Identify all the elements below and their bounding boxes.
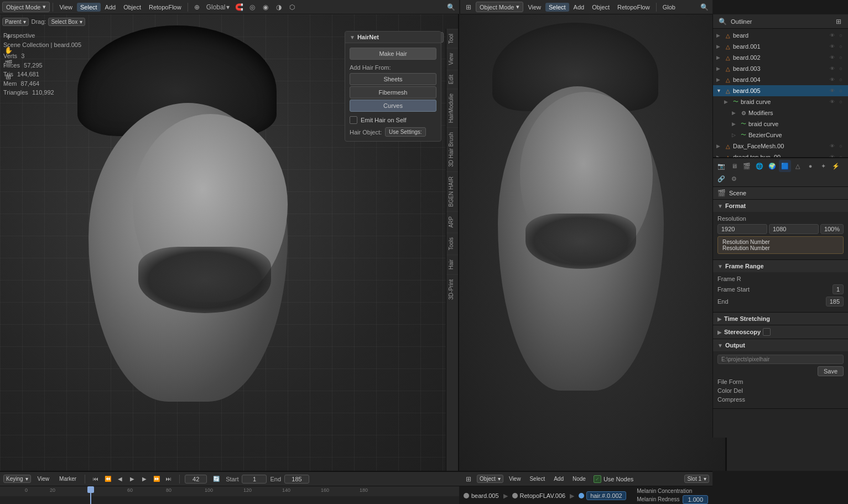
prev-keyframe-btn[interactable]: ⏪	[102, 474, 113, 485]
props-mesh-icon[interactable]: △	[792, 160, 804, 172]
wireframe-icon[interactable]: ⬡	[286, 1, 298, 13]
node-item-retopo[interactable]: RetopoFLAV.006	[512, 492, 566, 499]
tab-arp[interactable]: ARP	[446, 211, 458, 232]
object-mode-dropdown[interactable]: Object Mode ▾	[2, 2, 50, 12]
outliner-search-icon[interactable]: 🔍	[726, 15, 729, 28]
vis-eye-beard003[interactable]: 👁	[828, 65, 836, 72]
format-section-header[interactable]: ▼ Format	[726, 200, 848, 212]
tab-tool[interactable]: Tool	[446, 29, 458, 48]
prev-frame-btn[interactable]: ◀	[115, 474, 126, 485]
node-add-menu[interactable]: Add	[550, 475, 567, 483]
outliner-filter-icon[interactable]: ⊞	[833, 15, 845, 28]
global-dropdown[interactable]: Global ▾	[204, 1, 232, 13]
move-tool-icon[interactable]: ✋	[2, 44, 14, 56]
drag-dropdown[interactable]: Select Box ▾	[48, 18, 85, 26]
vis-render-beard003[interactable]: ○	[837, 65, 845, 72]
props-object-icon[interactable]: 🟦	[779, 160, 791, 172]
props-output-icon[interactable]: 🖥	[728, 160, 740, 172]
transform-icon[interactable]: ⊕	[191, 1, 203, 13]
node-view-menu[interactable]: View	[506, 475, 524, 483]
vis-render-beard005[interactable]: ○	[837, 87, 845, 95]
vis-eye-dread[interactable]: 👁	[828, 153, 836, 157]
viewport2-icon[interactable]: ⊞	[462, 1, 475, 13]
view-menu[interactable]: View	[56, 3, 76, 12]
outliner-item-beard[interactable]: ▶ △ beard 👁 ○	[726, 30, 848, 41]
outliner-item-beard004[interactable]: ▶ △ beard.004 👁 ○	[726, 74, 848, 85]
tab-tools[interactable]: Tools	[446, 232, 458, 254]
use-nodes-checkbox[interactable]: ✓	[594, 475, 601, 483]
props-material-icon[interactable]: ●	[804, 160, 816, 172]
props-world-icon[interactable]: 🌍	[766, 160, 778, 172]
retopoflow-menu-right[interactable]: RetopoFlow	[614, 3, 653, 12]
right-viewport[interactable]	[459, 14, 726, 471]
current-frame-display[interactable]: 42	[185, 475, 207, 484]
vis-eye-beard004[interactable]: 👁	[828, 76, 836, 84]
vis-eye-beard001[interactable]: 👁	[828, 43, 836, 50]
outliner-item-braid-curve2[interactable]: ▶ 〜 braid curve	[726, 118, 848, 129]
select-menu-left[interactable]: Select	[77, 3, 101, 12]
outliner-item-beard005[interactable]: ▼ △ beard.005 👁 ○	[726, 85, 848, 96]
props-render-icon[interactable]: 📷	[726, 160, 727, 172]
sheets-button[interactable]: Sheets	[350, 73, 436, 85]
light-tool-icon[interactable]: ⊞	[2, 71, 14, 83]
fibermesh-button[interactable]: Fibermesh	[350, 86, 436, 98]
jump-end-btn[interactable]: ⏭	[163, 474, 174, 485]
node-object-dropdown[interactable]: Object ▾	[477, 475, 503, 483]
resolution-pct-value[interactable]: 100%	[820, 224, 844, 234]
stereoscopy-checkbox[interactable]	[763, 328, 771, 336]
add-menu-right[interactable]: Add	[570, 3, 588, 12]
outliner-item-beard003[interactable]: ▶ △ beard.003 👁 ○	[726, 63, 848, 74]
resolution-y-value[interactable]: 1080	[769, 224, 819, 234]
next-keyframe-btn[interactable]: ⏩	[151, 474, 162, 485]
left-viewport[interactable]: Perspective Scene Collection | beard.005…	[0, 14, 459, 471]
props-view-icon[interactable]: 🎬	[741, 160, 753, 172]
tab-3d-print[interactable]: 3D-Print	[446, 274, 458, 304]
object-mode-dropdown-right[interactable]: Object Mode ▾	[476, 2, 523, 12]
emit-hair-checkbox[interactable]	[350, 116, 357, 124]
resolution-x-value[interactable]: 1920	[726, 224, 767, 234]
node-item-hair[interactable]: hair.#.0.002	[579, 491, 626, 500]
node-item-beard005[interactable]: beard.005	[464, 492, 499, 499]
tab-view[interactable]: View	[446, 48, 458, 70]
use-settings-button[interactable]: Use Settings:	[385, 127, 425, 137]
cursor-tool-icon[interactable]: ✛	[2, 31, 14, 43]
props-scene-icon[interactable]: 🌐	[753, 160, 766, 172]
timeline-track[interactable]: 0 20 40 60 80 100 120 140 160 180	[0, 486, 459, 504]
output-path-value[interactable]: E:\projects\pixelhair	[726, 355, 844, 364]
frame-start-value[interactable]: 1	[833, 284, 844, 294]
frame-end-value[interactable]: 185	[826, 297, 844, 306]
tab-edit[interactable]: Edit	[446, 70, 458, 89]
tab-hair[interactable]: Hair	[446, 254, 458, 274]
tab-hairmodulie[interactable]: HairModulie	[446, 89, 458, 127]
outliner-item-dread[interactable]: ▶ △ dread top bun .00 👁 ○	[726, 152, 848, 157]
vis-render-beard001[interactable]: ○	[837, 43, 845, 50]
slot-dropdown[interactable]: Slot 1 ▾	[684, 475, 709, 483]
vis-render-dread[interactable]: ○	[837, 153, 845, 157]
vis-eye-beard002[interactable]: 👁	[828, 54, 836, 61]
curves-button[interactable]: Curves	[350, 100, 436, 112]
outliner-item-dax[interactable]: ▶ △ Dax_FaceMesh.00 👁 ○	[726, 141, 848, 152]
props-physics-icon[interactable]: ⚡	[830, 160, 842, 172]
play-btn[interactable]: ▶	[127, 474, 138, 485]
make-hair-button[interactable]: Make Hair	[350, 48, 436, 60]
outliner-item-beard001[interactable]: ▶ △ beard.001 👁 ○	[726, 41, 848, 52]
retopoflow-menu[interactable]: RetopoFlow	[145, 3, 185, 12]
overlay-icon[interactable]: ◉	[259, 1, 272, 13]
props-constraints-icon[interactable]: 🔗	[726, 173, 727, 185]
outliner-item-modifiers[interactable]: ▶ ⚙ Modifiers	[726, 107, 848, 118]
vis-eye-dax[interactable]: 👁	[828, 142, 836, 150]
props-modifiers-icon[interactable]: ⚙	[728, 173, 740, 185]
vis-eye-beard005[interactable]: 👁	[828, 87, 836, 95]
vis-eye-beard[interactable]: 👁	[828, 32, 836, 39]
vis-render-dax[interactable]: ○	[837, 142, 845, 150]
add-menu[interactable]: Add	[102, 3, 119, 12]
view-menu-right[interactable]: View	[524, 3, 544, 12]
melanin-redness-value[interactable]: 1.000	[683, 495, 708, 504]
global-menu-right[interactable]: Glob	[659, 3, 679, 12]
jump-start-btn[interactable]: ⏮	[90, 474, 101, 485]
outliner-item-braid-curve[interactable]: ▶ 〜 braid curve 👁 ○	[726, 96, 848, 107]
vis-render-braid[interactable]: ○	[837, 98, 845, 106]
node-mode-icon[interactable]: ⊞	[462, 473, 475, 485]
vis-eye-braid[interactable]: 👁	[828, 98, 836, 106]
tab-3d-hair-brush[interactable]: 3D Hair Brush	[446, 127, 458, 172]
